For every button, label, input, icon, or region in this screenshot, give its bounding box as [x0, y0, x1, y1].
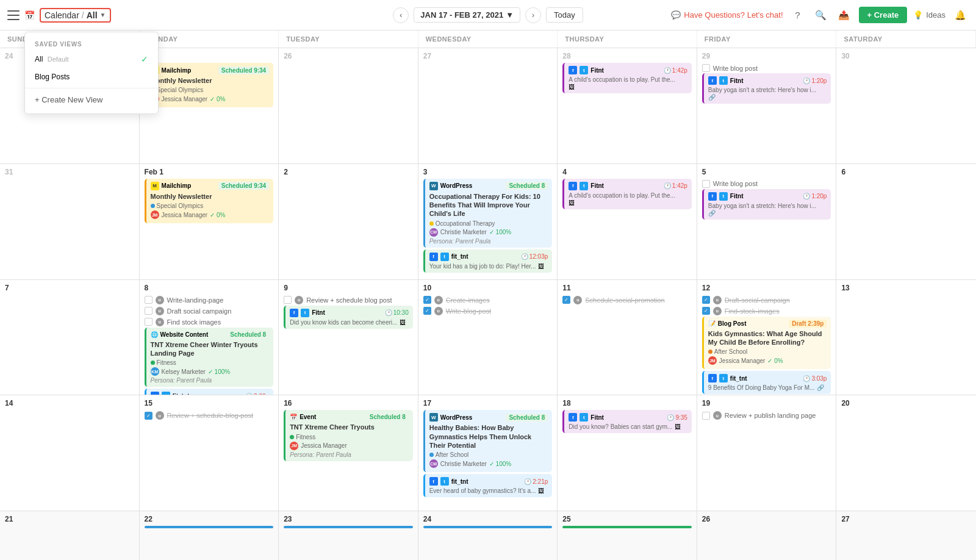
- day-14: 14: [0, 395, 140, 511]
- task-12-draft[interactable]: ✓u Draft-social-campaign: [702, 295, 831, 306]
- avatar: JM: [708, 356, 717, 365]
- task-8-stock[interactable]: u Find stock images: [145, 317, 274, 328]
- task-checkbox[interactable]: ✓: [423, 307, 431, 315]
- date-range[interactable]: JAN 17 - FEB 27, 2021 ▼: [414, 7, 520, 23]
- day-27b: 27: [836, 511, 976, 560]
- time-badge: 🕐1:42p: [664, 67, 687, 74]
- task-feb5-writeblog[interactable]: Write blog post: [702, 179, 831, 189]
- card-fitnt-feb5[interactable]: f t Fitnt 🕐1:20p Baby yoga isn't a stret…: [702, 189, 831, 220]
- day-17: 17 W WordPress Scheduled 8 Healthy Babie…: [418, 395, 558, 511]
- task-15-review[interactable]: ✓u Review + schedule-blog-post: [145, 410, 274, 421]
- day-30: 30: [836, 48, 976, 163]
- day-22: 22: [140, 511, 279, 560]
- calendar-body: 24 25 M Mailchimp Scheduled 9:34 Monthly…: [0, 48, 976, 560]
- task-checkbox[interactable]: [284, 296, 292, 304]
- day-8: 8 u Write-landing-page u Draft social ca…: [140, 280, 279, 395]
- day-7: 7: [0, 280, 140, 395]
- card-website-tnt[interactable]: 🌐 Website Content Scheduled 8 TNT Xtreme…: [145, 328, 274, 387]
- task-8-landing[interactable]: u Write-landing-page: [145, 295, 274, 306]
- avatar: CM: [429, 228, 438, 237]
- day-13: 13: [836, 280, 976, 395]
- dropdown-item-blogposts[interactable]: Blog Posts: [25, 68, 158, 85]
- day-feb1: Feb 1 M Mailchimp Scheduled 9:34 Monthly…: [140, 164, 279, 279]
- task-checkbox[interactable]: ✓: [562, 296, 570, 304]
- card-mailchimp-feb1[interactable]: M Mailchimp Scheduled 9:34 Monthly Newsl…: [145, 179, 274, 223]
- calendar-label: Calendar: [45, 10, 79, 20]
- header-monday: MONDAY: [140, 31, 279, 48]
- hamburger-menu[interactable]: [7, 10, 20, 20]
- create-new-view-btn[interactable]: + Create New View: [25, 91, 158, 109]
- day-29: 29 Write blog post f t Fitnt 🕐1:20p Baby…: [697, 48, 837, 163]
- prev-btn[interactable]: ‹: [393, 7, 409, 23]
- card-social-8[interactable]: f t fit_tnt 🕐3:06p Tumble, jump, and stu…: [145, 389, 274, 395]
- card-title: Monthly Newsletter: [151, 76, 270, 85]
- card-mailchimp-newsletter[interactable]: M Mailchimp Scheduled 9:34 Monthly Newsl…: [145, 63, 274, 107]
- next-btn[interactable]: ›: [525, 7, 541, 23]
- calendar-icon: 📅: [24, 10, 35, 20]
- task-write-blog[interactable]: Write blog post: [702, 63, 831, 73]
- week-row-3: 7 8 u Write-landing-page u Draft social …: [0, 280, 976, 396]
- dropdown-item-all[interactable]: All Default ✓: [25, 50, 158, 68]
- help-chat-link[interactable]: 💬 Have Questions? Let's chat!: [671, 10, 783, 20]
- task-checkbox[interactable]: ✓: [423, 296, 431, 304]
- task-checkbox[interactable]: [702, 64, 710, 72]
- today-btn[interactable]: Today: [546, 7, 583, 23]
- day-27: 27: [418, 48, 558, 163]
- tw-icon: t: [580, 66, 588, 74]
- task-10-images[interactable]: ✓u Create-images: [423, 295, 553, 306]
- dropdown-check-icon: ✓: [141, 54, 148, 64]
- card-wp-occupational[interactable]: W WordPress Scheduled 8 Occupational The…: [423, 179, 553, 248]
- week-row-4: 14 15 ✓u Review + schedule-blog-post 16 …: [0, 395, 976, 511]
- task-9-review[interactable]: u Review + schedule blog post: [284, 295, 413, 306]
- link-icon: 🔗: [708, 94, 716, 101]
- task-checkbox[interactable]: ✓: [702, 307, 710, 315]
- dropdown-blogposts-label: Blog Posts: [35, 73, 70, 81]
- card-social-17[interactable]: f t fit_tnt 🕐2:21p Ever heard of baby gy…: [423, 474, 553, 497]
- fb-icon: f: [569, 66, 577, 74]
- task-checkbox[interactable]: ✓: [145, 412, 152, 420]
- day-15: 15 ✓u Review + schedule-blog-post: [140, 395, 279, 511]
- task-19-publish[interactable]: u Review + publish landing page: [702, 410, 831, 421]
- header: 📅 Calendar / All ▼ SAVED VIEWS All Defau…: [0, 0, 976, 31]
- task-checkbox[interactable]: [145, 318, 152, 326]
- task-checkbox[interactable]: ✓: [702, 296, 710, 304]
- bulb-icon: 💡: [913, 10, 923, 20]
- day-12: 12 ✓u Draft-social-campaign ✓u Find-stoc…: [697, 280, 837, 395]
- card-fitnt-28[interactable]: f t Fitnt 🕐1:42p A child's occupation is…: [562, 63, 692, 93]
- task-checkbox[interactable]: [145, 296, 152, 304]
- day-9: 9 u Review + schedule blog post f t Fitn…: [279, 280, 418, 395]
- card-fitnt-18[interactable]: f t Fitnt 🕐9:35 Did you know? Babies can…: [562, 410, 692, 433]
- header-center: ‹ JAN 17 - FEB 27, 2021 ▼ › Today: [393, 7, 583, 23]
- task-checkbox[interactable]: [145, 307, 152, 315]
- avatar: KM: [151, 367, 159, 376]
- image-icon: 🖼: [569, 84, 575, 90]
- task-checkbox[interactable]: [702, 180, 710, 188]
- notifications-icon[interactable]: 🔔: [952, 7, 969, 24]
- card-fitnt-9[interactable]: f t Fitnt 🕐10:30 Did you know kids can b…: [284, 306, 413, 329]
- chat-icon: 💬: [671, 10, 681, 20]
- card-social-12a[interactable]: f t fit_tnt 🕐3:03p 9 Benefits Of Doing B…: [702, 371, 831, 394]
- ideas-btn[interactable]: 💡 Ideas: [913, 10, 946, 20]
- day-26b: 26: [697, 511, 837, 560]
- day-feb2: 2: [279, 164, 418, 279]
- task-8-draft[interactable]: u Draft social campaign: [145, 306, 274, 317]
- day-16: 16 📅 Event Scheduled 8 TNT Xtreme Cheer …: [279, 395, 418, 511]
- day-feb6: 6: [836, 164, 976, 279]
- breadcrumb[interactable]: Calendar / All ▼: [40, 8, 111, 23]
- question-icon[interactable]: ?: [789, 7, 806, 24]
- task-checkbox[interactable]: [702, 412, 710, 420]
- share-icon[interactable]: 📤: [836, 7, 853, 24]
- task-12-stock[interactable]: ✓u Find-stock-images: [702, 306, 831, 317]
- card-fitnt-feb4[interactable]: f t Fitnt 🕐1:42p A child's occupation is…: [562, 179, 692, 209]
- search-icon[interactable]: 🔍: [813, 7, 830, 24]
- card-snippet: A child's occupation is to play. Put the…: [569, 76, 687, 83]
- task-10-writeblog[interactable]: ✓u Write-blog-post: [423, 306, 553, 317]
- create-btn[interactable]: + Create: [859, 7, 908, 23]
- card-wp-healthy-babies[interactable]: W WordPress Scheduled 8 Healthy Babies: …: [423, 410, 553, 472]
- card-social-feb3[interactable]: f t fit_tnt 🕐12:03p Your kid has a big j…: [423, 249, 553, 273]
- task-11-schedule[interactable]: ✓u Schedule-social-promotion: [562, 295, 692, 306]
- card-event-tnt[interactable]: 📅 Event Scheduled 8 TNT Xtreme Cheer Try…: [284, 410, 413, 461]
- header-thursday: THURSDAY: [558, 31, 697, 48]
- card-blog-gymnastics[interactable]: 📝 Blog Post Draft 2:39p Kids Gymnastics:…: [702, 317, 831, 370]
- card-fitnt-29[interactable]: f t Fitnt 🕐1:20p Baby yoga isn't a stret…: [702, 73, 831, 104]
